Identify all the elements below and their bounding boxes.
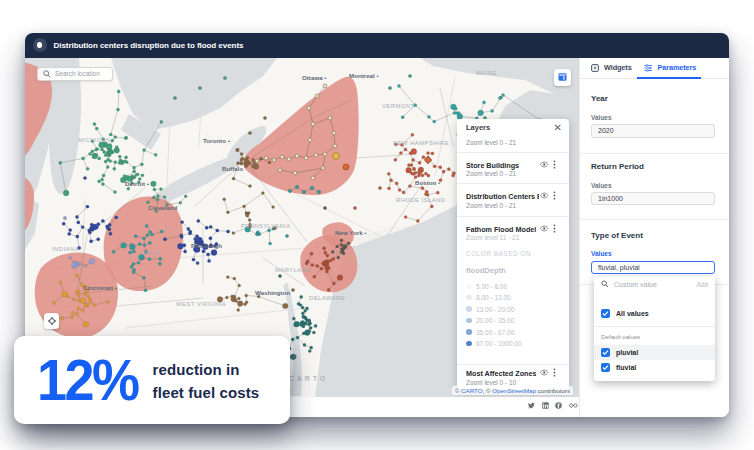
svg-text:DELAWARE: DELAWARE xyxy=(309,295,345,301)
svg-text:Ottawa •: Ottawa • xyxy=(302,74,327,81)
svg-text:CARTO: CARTO xyxy=(289,375,328,382)
svg-text:NEW HAMPSHIRE: NEW HAMPSHIRE xyxy=(393,140,449,146)
svg-text:Toronto •: Toronto • xyxy=(203,137,230,144)
svg-text:Cleveland: Cleveland xyxy=(148,204,177,211)
svg-text:MARYLAND: MARYLAND xyxy=(275,267,311,273)
svg-text:Montreal •: Montreal • xyxy=(349,72,379,79)
svg-text:MAINE: MAINE xyxy=(476,70,497,76)
svg-text:OHIO: OHIO xyxy=(143,250,160,256)
svg-text:Boston •: Boston • xyxy=(415,179,440,186)
svg-text:Pittsburgh: Pittsburgh xyxy=(191,242,222,249)
svg-text:New York •: New York • xyxy=(335,229,367,236)
svg-text:Cincinnati •: Cincinnati • xyxy=(83,284,117,291)
svg-text:PENNSYLVANIA: PENNSYLVANIA xyxy=(241,223,291,229)
svg-text:Buffalo: Buffalo xyxy=(222,165,244,172)
svg-text:WEST VIRGINIA: WEST VIRGINIA xyxy=(176,301,226,307)
svg-text:RHODE ISLAND: RHODE ISLAND xyxy=(396,197,446,203)
svg-text:Detroit •: Detroit • xyxy=(125,180,149,187)
svg-text:INDIANA: INDIANA xyxy=(52,246,79,252)
svg-text:VERMONT: VERMONT xyxy=(382,103,415,109)
svg-text:MICHIGAN: MICHIGAN xyxy=(78,137,111,143)
svg-text:Washington: Washington xyxy=(255,289,290,296)
